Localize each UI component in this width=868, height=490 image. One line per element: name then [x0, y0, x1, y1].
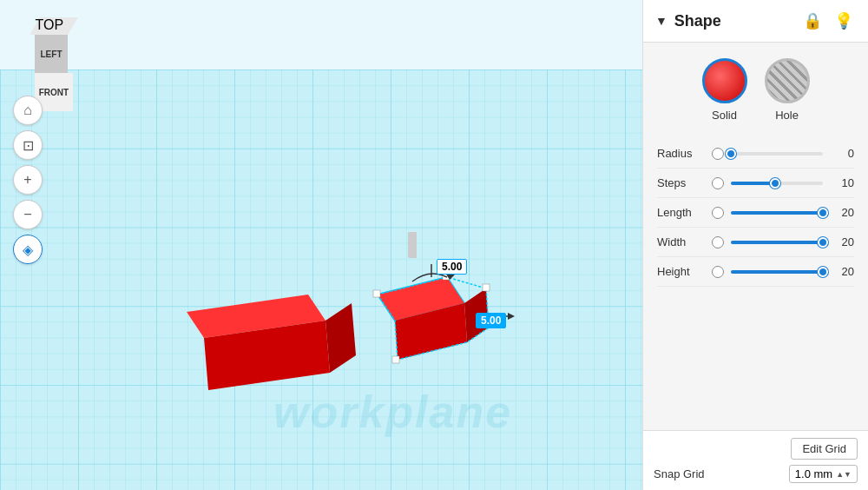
width-value: 20 [830, 235, 854, 248]
steps-row: Steps 10 [657, 169, 854, 198]
radius-label: Radius [657, 147, 705, 160]
right-panel: ▼ Shape 🔒 💡 Solid Hole Radius 0 Step [642, 0, 868, 490]
length-radio[interactable] [712, 207, 724, 219]
length-row: Length 20 [657, 198, 854, 228]
width-row: Width 20 [657, 228, 854, 257]
edit-grid-button[interactable]: Edit Grid [791, 438, 858, 460]
frame-button[interactable]: ⊡ [13, 130, 43, 160]
width-slider[interactable] [731, 241, 823, 244]
height-radio[interactable] [712, 266, 724, 278]
properties-section: Radius 0 Steps 10 Length [643, 132, 868, 430]
zoom-out-button[interactable]: − [13, 200, 43, 229]
steps-slider[interactable] [731, 182, 823, 185]
radius-radio[interactable] [712, 148, 724, 160]
length-label: Length [657, 206, 705, 219]
panel-header: ▼ Shape 🔒 💡 [643, 0, 868, 43]
snap-grid-chevron: ▲▼ [836, 470, 852, 479]
panel-lock-button[interactable]: 🔒 [800, 9, 825, 33]
solid-label: Solid [712, 109, 737, 122]
solid-option[interactable]: Solid [702, 58, 747, 122]
steps-value: 10 [830, 176, 854, 189]
shape-selector: Solid Hole [643, 43, 868, 132]
view-cube-button[interactable]: ◈ [13, 235, 43, 264]
cube-left-face[interactable]: LEFT [35, 35, 68, 73]
svg-rect-2 [0, 70, 642, 490]
length-value: 20 [830, 206, 854, 219]
panel-title: Shape [674, 12, 793, 30]
snap-grid-select[interactable]: 1.0 mm ▲▼ [789, 465, 858, 483]
snap-grid-value: 1.0 mm [795, 467, 832, 480]
cube-top-face[interactable]: TOP [30, 17, 78, 35]
height-label: Height [657, 265, 705, 278]
solid-circle [702, 58, 747, 103]
snap-grid-label: Snap Grid [654, 467, 705, 480]
panel-light-button[interactable]: 💡 [832, 9, 856, 33]
viewport[interactable]: workplane TOP LEFT FRONT ⌂ ⊡ + − ◈ [0, 0, 642, 490]
radius-value: 0 [830, 147, 854, 160]
radius-row: Radius 0 [657, 139, 854, 169]
panel-collapse-button[interactable]: ▼ [655, 14, 667, 28]
hole-circle [765, 58, 810, 103]
grid-plane [0, 70, 642, 490]
radius-slider[interactable] [731, 152, 823, 156]
width-label: Width [657, 235, 705, 248]
height-slider[interactable] [731, 270, 823, 274]
snap-grid-row: Snap Grid 1.0 mm ▲▼ [654, 465, 858, 483]
left-toolbar: ⌂ ⊡ + − ◈ [13, 96, 43, 264]
length-slider[interactable] [731, 211, 823, 215]
panel-scroll-tab[interactable] [408, 232, 417, 258]
home-button[interactable]: ⌂ [13, 96, 43, 125]
steps-radio[interactable] [712, 177, 724, 189]
height-value: 20 [830, 265, 854, 278]
orientation-cube[interactable]: TOP LEFT FRONT [35, 17, 104, 87]
zoom-in-button[interactable]: + [13, 165, 43, 195]
bottom-bar: Edit Grid Snap Grid 1.0 mm ▲▼ [643, 430, 868, 490]
width-radio[interactable] [712, 236, 724, 248]
hole-label: Hole [775, 109, 799, 122]
steps-label: Steps [657, 176, 705, 189]
height-row: Height 20 [657, 257, 854, 287]
hole-option[interactable]: Hole [765, 58, 810, 122]
